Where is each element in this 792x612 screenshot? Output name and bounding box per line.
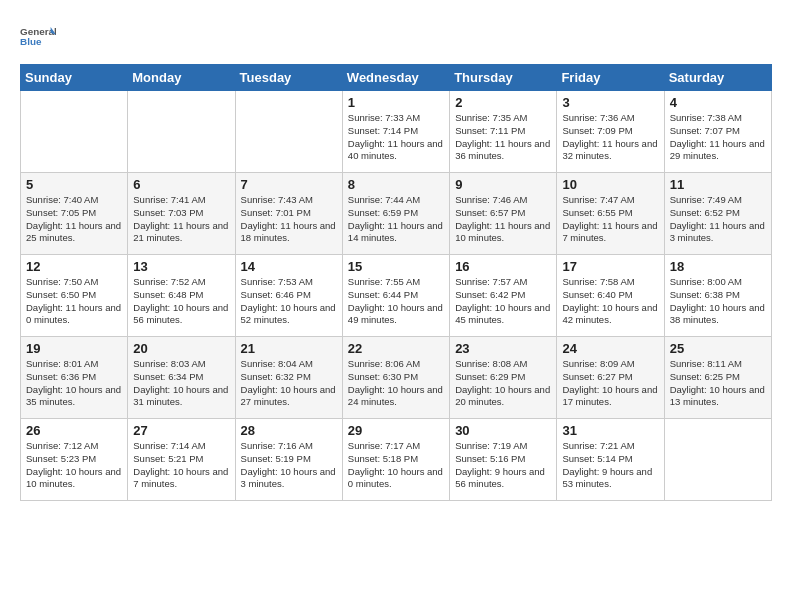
day-info: Sunrise: 7:43 AM Sunset: 7:01 PM Dayligh…: [241, 194, 337, 245]
day-info: Sunrise: 7:12 AM Sunset: 5:23 PM Dayligh…: [26, 440, 122, 491]
day-info: Sunrise: 7:46 AM Sunset: 6:57 PM Dayligh…: [455, 194, 551, 245]
day-number: 29: [348, 423, 444, 438]
day-number: 10: [562, 177, 658, 192]
day-cell: 10Sunrise: 7:47 AM Sunset: 6:55 PM Dayli…: [557, 173, 664, 255]
day-number: 11: [670, 177, 766, 192]
day-cell: 29Sunrise: 7:17 AM Sunset: 5:18 PM Dayli…: [342, 419, 449, 501]
day-cell: [21, 91, 128, 173]
calendar: SundayMondayTuesdayWednesdayThursdayFrid…: [20, 64, 772, 501]
day-number: 7: [241, 177, 337, 192]
day-info: Sunrise: 7:53 AM Sunset: 6:46 PM Dayligh…: [241, 276, 337, 327]
day-cell: [664, 419, 771, 501]
day-cell: 30Sunrise: 7:19 AM Sunset: 5:16 PM Dayli…: [450, 419, 557, 501]
day-info: Sunrise: 7:40 AM Sunset: 7:05 PM Dayligh…: [26, 194, 122, 245]
day-info: Sunrise: 7:33 AM Sunset: 7:14 PM Dayligh…: [348, 112, 444, 163]
day-info: Sunrise: 8:01 AM Sunset: 6:36 PM Dayligh…: [26, 358, 122, 409]
weekday-saturday: Saturday: [664, 65, 771, 91]
day-number: 22: [348, 341, 444, 356]
day-info: Sunrise: 7:44 AM Sunset: 6:59 PM Dayligh…: [348, 194, 444, 245]
day-number: 27: [133, 423, 229, 438]
day-info: Sunrise: 7:21 AM Sunset: 5:14 PM Dayligh…: [562, 440, 658, 491]
day-cell: 17Sunrise: 7:58 AM Sunset: 6:40 PM Dayli…: [557, 255, 664, 337]
day-cell: 14Sunrise: 7:53 AM Sunset: 6:46 PM Dayli…: [235, 255, 342, 337]
day-info: Sunrise: 7:55 AM Sunset: 6:44 PM Dayligh…: [348, 276, 444, 327]
day-number: 13: [133, 259, 229, 274]
day-number: 1: [348, 95, 444, 110]
logo: General Blue: [20, 18, 56, 54]
day-info: Sunrise: 7:41 AM Sunset: 7:03 PM Dayligh…: [133, 194, 229, 245]
day-number: 26: [26, 423, 122, 438]
day-cell: 27Sunrise: 7:14 AM Sunset: 5:21 PM Dayli…: [128, 419, 235, 501]
day-cell: 28Sunrise: 7:16 AM Sunset: 5:19 PM Dayli…: [235, 419, 342, 501]
weekday-sunday: Sunday: [21, 65, 128, 91]
day-number: 12: [26, 259, 122, 274]
day-cell: 18Sunrise: 8:00 AM Sunset: 6:38 PM Dayli…: [664, 255, 771, 337]
day-number: 28: [241, 423, 337, 438]
week-row-0: 1Sunrise: 7:33 AM Sunset: 7:14 PM Daylig…: [21, 91, 772, 173]
day-info: Sunrise: 7:38 AM Sunset: 7:07 PM Dayligh…: [670, 112, 766, 163]
day-number: 14: [241, 259, 337, 274]
day-info: Sunrise: 8:08 AM Sunset: 6:29 PM Dayligh…: [455, 358, 551, 409]
day-info: Sunrise: 7:14 AM Sunset: 5:21 PM Dayligh…: [133, 440, 229, 491]
day-info: Sunrise: 8:03 AM Sunset: 6:34 PM Dayligh…: [133, 358, 229, 409]
day-cell: [235, 91, 342, 173]
day-cell: 8Sunrise: 7:44 AM Sunset: 6:59 PM Daylig…: [342, 173, 449, 255]
day-info: Sunrise: 8:00 AM Sunset: 6:38 PM Dayligh…: [670, 276, 766, 327]
day-cell: 25Sunrise: 8:11 AM Sunset: 6:25 PM Dayli…: [664, 337, 771, 419]
day-number: 8: [348, 177, 444, 192]
day-cell: 24Sunrise: 8:09 AM Sunset: 6:27 PM Dayli…: [557, 337, 664, 419]
day-number: 30: [455, 423, 551, 438]
day-cell: 21Sunrise: 8:04 AM Sunset: 6:32 PM Dayli…: [235, 337, 342, 419]
day-info: Sunrise: 7:36 AM Sunset: 7:09 PM Dayligh…: [562, 112, 658, 163]
weekday-tuesday: Tuesday: [235, 65, 342, 91]
day-cell: 19Sunrise: 8:01 AM Sunset: 6:36 PM Dayli…: [21, 337, 128, 419]
day-cell: 12Sunrise: 7:50 AM Sunset: 6:50 PM Dayli…: [21, 255, 128, 337]
day-info: Sunrise: 7:50 AM Sunset: 6:50 PM Dayligh…: [26, 276, 122, 327]
day-number: 24: [562, 341, 658, 356]
day-info: Sunrise: 8:11 AM Sunset: 6:25 PM Dayligh…: [670, 358, 766, 409]
week-row-3: 19Sunrise: 8:01 AM Sunset: 6:36 PM Dayli…: [21, 337, 772, 419]
page: General Blue SundayMondayTuesdayWednesda…: [0, 0, 792, 612]
svg-text:Blue: Blue: [20, 36, 42, 47]
weekday-header-row: SundayMondayTuesdayWednesdayThursdayFrid…: [21, 65, 772, 91]
day-cell: [128, 91, 235, 173]
day-cell: 7Sunrise: 7:43 AM Sunset: 7:01 PM Daylig…: [235, 173, 342, 255]
week-row-4: 26Sunrise: 7:12 AM Sunset: 5:23 PM Dayli…: [21, 419, 772, 501]
day-info: Sunrise: 7:16 AM Sunset: 5:19 PM Dayligh…: [241, 440, 337, 491]
day-number: 31: [562, 423, 658, 438]
day-number: 16: [455, 259, 551, 274]
day-info: Sunrise: 7:57 AM Sunset: 6:42 PM Dayligh…: [455, 276, 551, 327]
day-number: 5: [26, 177, 122, 192]
day-info: Sunrise: 7:19 AM Sunset: 5:16 PM Dayligh…: [455, 440, 551, 491]
day-number: 9: [455, 177, 551, 192]
day-cell: 20Sunrise: 8:03 AM Sunset: 6:34 PM Dayli…: [128, 337, 235, 419]
day-cell: 22Sunrise: 8:06 AM Sunset: 6:30 PM Dayli…: [342, 337, 449, 419]
day-cell: 1Sunrise: 7:33 AM Sunset: 7:14 PM Daylig…: [342, 91, 449, 173]
day-number: 4: [670, 95, 766, 110]
day-number: 25: [670, 341, 766, 356]
day-info: Sunrise: 7:35 AM Sunset: 7:11 PM Dayligh…: [455, 112, 551, 163]
day-cell: 9Sunrise: 7:46 AM Sunset: 6:57 PM Daylig…: [450, 173, 557, 255]
day-info: Sunrise: 7:17 AM Sunset: 5:18 PM Dayligh…: [348, 440, 444, 491]
day-info: Sunrise: 8:04 AM Sunset: 6:32 PM Dayligh…: [241, 358, 337, 409]
day-info: Sunrise: 7:49 AM Sunset: 6:52 PM Dayligh…: [670, 194, 766, 245]
day-cell: 4Sunrise: 7:38 AM Sunset: 7:07 PM Daylig…: [664, 91, 771, 173]
day-number: 2: [455, 95, 551, 110]
day-info: Sunrise: 7:52 AM Sunset: 6:48 PM Dayligh…: [133, 276, 229, 327]
day-cell: 26Sunrise: 7:12 AM Sunset: 5:23 PM Dayli…: [21, 419, 128, 501]
weekday-friday: Friday: [557, 65, 664, 91]
weekday-thursday: Thursday: [450, 65, 557, 91]
day-number: 18: [670, 259, 766, 274]
week-row-2: 12Sunrise: 7:50 AM Sunset: 6:50 PM Dayli…: [21, 255, 772, 337]
day-cell: 13Sunrise: 7:52 AM Sunset: 6:48 PM Dayli…: [128, 255, 235, 337]
day-number: 23: [455, 341, 551, 356]
header: General Blue: [20, 18, 772, 54]
day-number: 19: [26, 341, 122, 356]
day-info: Sunrise: 7:47 AM Sunset: 6:55 PM Dayligh…: [562, 194, 658, 245]
day-cell: 31Sunrise: 7:21 AM Sunset: 5:14 PM Dayli…: [557, 419, 664, 501]
day-cell: 6Sunrise: 7:41 AM Sunset: 7:03 PM Daylig…: [128, 173, 235, 255]
day-number: 3: [562, 95, 658, 110]
day-cell: 5Sunrise: 7:40 AM Sunset: 7:05 PM Daylig…: [21, 173, 128, 255]
day-number: 20: [133, 341, 229, 356]
day-info: Sunrise: 8:09 AM Sunset: 6:27 PM Dayligh…: [562, 358, 658, 409]
